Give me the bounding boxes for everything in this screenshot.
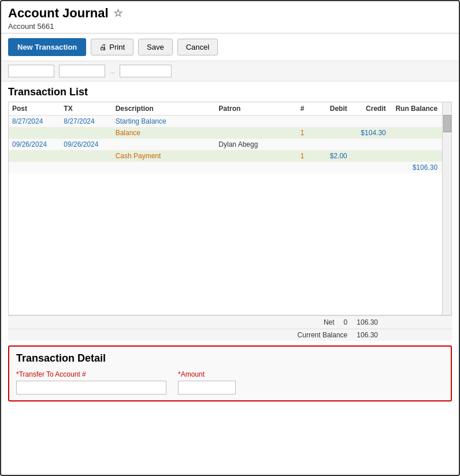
- filter-bar: ...: [1, 61, 459, 81]
- cell-run-balance: [389, 127, 441, 139]
- cell-patron: [215, 127, 292, 139]
- cell-num: [292, 116, 311, 128]
- header: Account Journal ☆ Account 5661: [1, 1, 459, 34]
- filter-input-1[interactable]: [8, 65, 54, 77]
- table-row: 8/27/2024 8/27/2024 Starting Balance: [9, 116, 451, 128]
- cell-tx: 09/26/2024: [60, 139, 112, 150]
- cell-debit: $2.00: [312, 150, 351, 162]
- new-transaction-button[interactable]: New Transaction: [8, 38, 86, 56]
- cell-debit: [312, 139, 351, 150]
- cell-credit: [351, 150, 389, 162]
- cell-post: 8/27/2024: [9, 116, 60, 128]
- col-header-num: #: [292, 102, 311, 116]
- cell-run-balance: [389, 139, 441, 150]
- table-header-row: Post TX Description Patron # Debit Credi…: [9, 102, 451, 116]
- amount-input[interactable]: [178, 381, 236, 395]
- cell-debit: [312, 127, 351, 139]
- filter-label: ...: [110, 68, 115, 75]
- page-title: Account Journal ☆: [8, 6, 452, 21]
- cell-description: [112, 162, 216, 173]
- transaction-list-section: Transaction List Post TX Description Pat…: [8, 86, 452, 341]
- cell-tx: [60, 150, 112, 162]
- form-row: *Transfer To Account # *Amount: [16, 370, 444, 395]
- print-button[interactable]: 🖨Print: [91, 39, 133, 55]
- cell-num: 1: [292, 150, 311, 162]
- cell-run-balance: $106.30: [389, 162, 441, 173]
- transaction-list-title: Transaction List: [8, 86, 452, 98]
- cell-run-balance: [389, 116, 441, 128]
- cell-debit: [312, 116, 351, 128]
- transaction-detail-title: Transaction Detail: [16, 352, 444, 365]
- table-row: $106.30: [9, 162, 451, 173]
- transaction-detail-section: Transaction Detail *Transfer To Account …: [8, 345, 452, 401]
- filter-input-2[interactable]: [59, 65, 105, 77]
- net-label: Net: [324, 318, 335, 326]
- cell-tx: [60, 127, 112, 139]
- cell-description: [112, 139, 216, 150]
- col-header-description: Description: [112, 102, 216, 116]
- current-balance-value: 106.30: [357, 331, 378, 339]
- table-row: 09/26/2024 09/26/2024 Dylan Abegg: [9, 139, 451, 150]
- cell-num: [292, 139, 311, 150]
- cell-description: Cash Payment: [112, 150, 216, 162]
- col-header-run-balance: Run Balance: [389, 102, 441, 116]
- scrollbar-thumb[interactable]: [443, 115, 451, 132]
- cell-num: [292, 162, 311, 173]
- cell-patron: [215, 162, 292, 173]
- cell-run-balance: [389, 150, 441, 162]
- cell-post: 09/26/2024: [9, 139, 60, 150]
- cell-post: [9, 127, 60, 139]
- amount-group: *Amount: [178, 370, 236, 395]
- col-header-tx: TX: [60, 102, 112, 116]
- cell-credit: $104.30: [351, 127, 389, 139]
- scrollbar-track[interactable]: [442, 102, 451, 315]
- net-credit-value: 106.30: [357, 318, 378, 326]
- transfer-account-label: *Transfer To Account #: [16, 370, 166, 378]
- transfer-account-input[interactable]: [16, 381, 166, 395]
- col-header-debit: Debit: [312, 102, 351, 116]
- cell-patron: [215, 116, 292, 128]
- cell-patron: Dylan Abegg: [215, 139, 292, 150]
- cell-credit: [351, 139, 389, 150]
- cell-patron: [215, 150, 292, 162]
- save-button[interactable]: Save: [138, 39, 173, 55]
- page-title-text: Account Journal: [8, 6, 109, 21]
- balance-row: Current Balance 106.30: [8, 329, 452, 341]
- star-icon[interactable]: ☆: [113, 7, 123, 20]
- net-row: Net 0 106.30: [8, 315, 452, 329]
- transaction-table: Post TX Description Patron # Debit Credi…: [9, 102, 451, 173]
- filter-input-3[interactable]: [120, 65, 172, 77]
- amount-label: *Amount: [178, 370, 236, 378]
- cell-credit: [351, 162, 389, 173]
- cancel-button[interactable]: Cancel: [177, 39, 218, 55]
- cell-description: Starting Balance: [112, 116, 216, 128]
- net-value: 0: [344, 318, 348, 326]
- account-number: Account 5661: [8, 22, 452, 31]
- col-header-post: Post: [9, 102, 60, 116]
- cell-debit: [312, 162, 351, 173]
- cell-post: [9, 162, 60, 173]
- transaction-table-container: Post TX Description Patron # Debit Credi…: [8, 102, 452, 315]
- cell-credit: [351, 116, 389, 128]
- cell-tx: [60, 162, 112, 173]
- table-row: Cash Payment 1 $2.00: [9, 150, 451, 162]
- cell-num: 1: [292, 127, 311, 139]
- toolbar: New Transaction 🖨Print Save Cancel: [1, 34, 459, 61]
- cell-description: Balance: [112, 127, 216, 139]
- cell-tx: 8/27/2024: [60, 116, 112, 128]
- cell-post: [9, 150, 60, 162]
- transfer-account-group: *Transfer To Account #: [16, 370, 166, 395]
- col-header-credit: Credit: [351, 102, 389, 116]
- table-row: Balance 1 $104.30: [9, 127, 451, 139]
- col-header-patron: Patron: [215, 102, 292, 116]
- current-balance-label: Current Balance: [298, 331, 348, 339]
- printer-icon: 🖨: [99, 43, 107, 51]
